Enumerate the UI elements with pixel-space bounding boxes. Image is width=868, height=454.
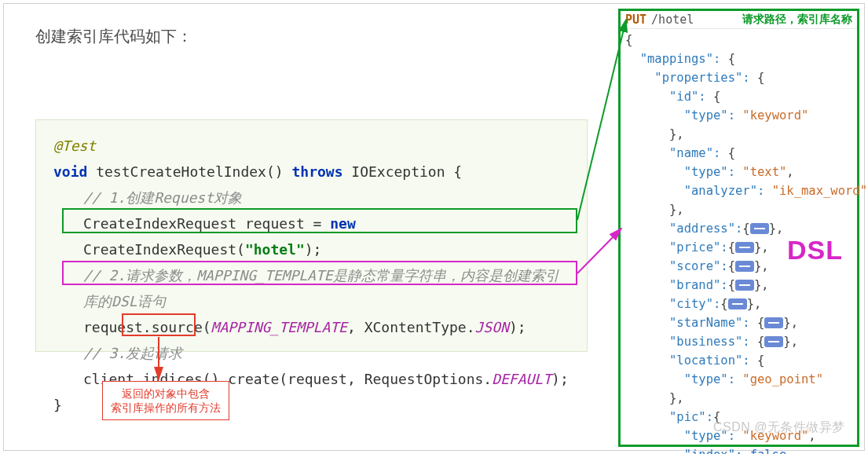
code-line2mid: , XContentType. — [347, 319, 475, 335]
comment-3: // 3.发起请求 — [53, 340, 182, 366]
code-line3c: ); — [551, 371, 569, 387]
code-line1b: CreateIndexRequest( — [83, 241, 245, 258]
dsl-header: PUT /hotel 请求路径，索引库名称 — [621, 11, 857, 29]
highlight-indices — [122, 313, 196, 336]
collapse-badge[interactable] — [735, 242, 754, 253]
page-title: 创建索引库代码如下： — [35, 26, 192, 47]
callout-line2: 索引库操作的所有方法 — [111, 401, 221, 415]
code-line2c: ); — [509, 319, 526, 335]
dsl-label: DSL — [787, 235, 843, 265]
field-json: JSON — [475, 319, 509, 335]
dsl-panel: PUT /hotel 请求路径，索引库名称 { "mappings": { "p… — [618, 9, 859, 447]
field-default: DEFAULT — [492, 371, 551, 387]
dsl-caption: 请求路径，索引库名称 — [742, 13, 852, 27]
json-line: "type": "text", — [625, 163, 852, 181]
json-line: "city":{}, — [625, 295, 852, 313]
callout-line1: 返回的对象中包含 — [111, 386, 221, 401]
highlight-line1 — [62, 208, 577, 233]
json-line: "type": "keyword" — [625, 106, 852, 125]
code-line3b: .create(request, RequestOptions. — [219, 371, 492, 387]
json-line: { — [625, 31, 852, 49]
collapse-badge[interactable] — [750, 223, 769, 234]
json-line: "business": {}, — [625, 332, 852, 351]
annotation: @Test — [53, 137, 96, 154]
collapse-badge[interactable] — [764, 317, 783, 328]
method-name: testCreateHotelIndex() — [87, 163, 291, 180]
kw-void: void — [53, 163, 87, 180]
watermark: CSDN @无条件做异梦 — [713, 419, 845, 436]
code-line1c: ); — [305, 241, 322, 258]
json-line: "index": false — [625, 445, 852, 454]
string-hotel: "hotel" — [245, 241, 305, 258]
collapse-badge[interactable] — [735, 261, 754, 272]
json-line: "type": "geo_point" — [625, 370, 852, 389]
json-line: }, — [625, 125, 852, 144]
sig-rest: IOException { — [342, 163, 462, 180]
json-line: }, — [625, 389, 852, 408]
highlight-line2 — [62, 261, 577, 285]
json-line: "mappings": { — [625, 49, 852, 68]
json-line: "location": { — [625, 351, 852, 370]
json-line: "id": { — [625, 87, 852, 106]
json-line: "starName": {}, — [625, 313, 852, 332]
json-line: "analyzer": "ik_max_word" — [625, 181, 852, 200]
collapse-badge[interactable] — [764, 336, 783, 347]
json-line: "properties": { — [625, 68, 852, 87]
brace-close: } — [53, 397, 62, 413]
field-mapping-template: MAPPING_TEMPLATE — [211, 319, 347, 335]
callout-indices: 返回的对象中包含 索引库操作的所有方法 — [102, 381, 229, 420]
json-line: "brand":{}, — [625, 276, 852, 295]
comment-1: // 1.创建Request对象 — [53, 185, 242, 211]
json-line: "name": { — [625, 144, 852, 163]
collapse-badge[interactable] — [735, 280, 754, 291]
json-line: }, — [625, 200, 852, 219]
collapse-badge[interactable] — [728, 298, 747, 309]
http-method: PUT — [625, 13, 646, 27]
java-code-block: @Test void testCreateHotelIndex() throws… — [35, 119, 588, 352]
http-path: /hotel — [651, 13, 694, 27]
kw-throws: throws — [291, 163, 342, 180]
